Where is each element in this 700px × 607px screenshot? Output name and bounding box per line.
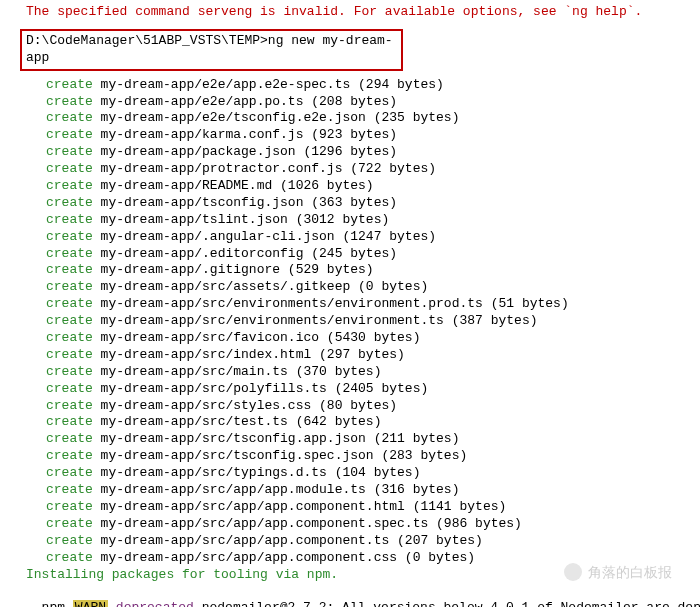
create-path: my-dream-app/src/app/app.component.css (…	[93, 550, 475, 565]
create-path: my-dream-app/src/test.ts (642 bytes)	[93, 414, 382, 429]
create-line: create my-dream-app/package.json (1296 b…	[46, 144, 700, 161]
create-path: my-dream-app/src/app/app.component.ts (2…	[93, 533, 483, 548]
create-keyword: create	[46, 77, 93, 92]
create-path: my-dream-app/src/assets/.gitkeep (0 byte…	[93, 279, 428, 294]
create-line: create my-dream-app/src/styles.css (80 b…	[46, 398, 700, 415]
create-keyword: create	[46, 499, 93, 514]
create-path: my-dream-app/src/tsconfig.app.json (211 …	[93, 431, 460, 446]
create-path: my-dream-app/README.md (1026 bytes)	[93, 178, 374, 193]
create-path: my-dream-app/src/styles.css (80 bytes)	[93, 398, 397, 413]
create-line: create my-dream-app/src/app/app.componen…	[46, 499, 700, 516]
create-line: create my-dream-app/src/tsconfig.spec.js…	[46, 448, 700, 465]
create-line: create my-dream-app/src/app/app.componen…	[46, 516, 700, 533]
create-keyword: create	[46, 364, 93, 379]
create-path: my-dream-app/e2e/tsconfig.e2e.json (235 …	[93, 110, 460, 125]
create-path: my-dream-app/protractor.conf.js (722 byt…	[93, 161, 436, 176]
create-line: create my-dream-app/src/assets/.gitkeep …	[46, 279, 700, 296]
create-keyword: create	[46, 448, 93, 463]
npm-warn-line: npm WARN deprecated nodemailer@2.7.2: Al…	[26, 583, 700, 607]
deprecated-tail: nodemailer@2.7.2: All versions below 4.0…	[194, 600, 700, 607]
create-output-list: create my-dream-app/e2e/app.e2e-spec.ts …	[6, 77, 700, 567]
create-line: create my-dream-app/e2e/app.po.ts (208 b…	[46, 94, 700, 111]
create-line: create my-dream-app/src/environments/env…	[46, 313, 700, 330]
create-line: create my-dream-app/src/app/app.componen…	[46, 533, 700, 550]
create-keyword: create	[46, 161, 93, 176]
create-path: my-dream-app/src/index.html (297 bytes)	[93, 347, 405, 362]
warn-badge: WARN	[73, 600, 108, 607]
create-line: create my-dream-app/src/index.html (297 …	[46, 347, 700, 364]
create-line: create my-dream-app/e2e/app.e2e-spec.ts …	[46, 77, 700, 94]
create-line: create my-dream-app/e2e/tsconfig.e2e.jso…	[46, 110, 700, 127]
create-keyword: create	[46, 94, 93, 109]
create-path: my-dream-app/tslint.json (3012 bytes)	[93, 212, 389, 227]
create-path: my-dream-app/src/main.ts (370 bytes)	[93, 364, 382, 379]
create-line: create my-dream-app/src/main.ts (370 byt…	[46, 364, 700, 381]
create-path: my-dream-app/src/favicon.ico (5430 bytes…	[93, 330, 421, 345]
create-keyword: create	[46, 110, 93, 125]
create-keyword: create	[46, 516, 93, 531]
create-path: my-dream-app/src/app/app.component.spec.…	[93, 516, 522, 531]
create-line: create my-dream-app/.editorconfig (245 b…	[46, 246, 700, 263]
create-line: create my-dream-app/src/tsconfig.app.jso…	[46, 431, 700, 448]
create-path: my-dream-app/.editorconfig (245 bytes)	[93, 246, 397, 261]
create-keyword: create	[46, 246, 93, 261]
create-path: my-dream-app/karma.conf.js (923 bytes)	[93, 127, 397, 142]
create-line: create my-dream-app/src/app/app.componen…	[46, 550, 700, 567]
create-path: my-dream-app/src/typings.d.ts (104 bytes…	[93, 465, 421, 480]
create-keyword: create	[46, 381, 93, 396]
create-line: create my-dream-app/.gitignore (529 byte…	[46, 262, 700, 279]
create-path: my-dream-app/src/tsconfig.spec.json (283…	[93, 448, 467, 463]
create-path: my-dream-app/.gitignore (529 bytes)	[93, 262, 374, 277]
create-path: my-dream-app/tsconfig.json (363 bytes)	[93, 195, 397, 210]
create-line: create my-dream-app/src/typings.d.ts (10…	[46, 465, 700, 482]
create-keyword: create	[46, 229, 93, 244]
create-keyword: create	[46, 296, 93, 311]
create-line: create my-dream-app/tslint.json (3012 by…	[46, 212, 700, 229]
create-keyword: create	[46, 212, 93, 227]
create-line: create my-dream-app/src/environments/env…	[46, 296, 700, 313]
create-line: create my-dream-app/protractor.conf.js (…	[46, 161, 700, 178]
create-path: my-dream-app/.angular-cli.json (1247 byt…	[93, 229, 436, 244]
error-line: The specified command serveng is invalid…	[26, 4, 700, 21]
deprecated-label: deprecated	[108, 600, 194, 607]
create-path: my-dream-app/src/environments/environmen…	[93, 313, 538, 328]
create-keyword: create	[46, 127, 93, 142]
create-keyword: create	[46, 414, 93, 429]
create-line: create my-dream-app/src/polyfills.ts (24…	[46, 381, 700, 398]
create-keyword: create	[46, 533, 93, 548]
installing-line: Installing packages for tooling via npm.	[26, 567, 700, 584]
create-keyword: create	[46, 431, 93, 446]
command-prompt-text: D:\CodeManager\51ABP_VSTS\TEMP>ng new my…	[26, 33, 393, 65]
create-keyword: create	[46, 330, 93, 345]
create-path: my-dream-app/e2e/app.po.ts (208 bytes)	[93, 94, 397, 109]
npm-prefix: npm	[42, 600, 73, 607]
create-path: my-dream-app/src/environments/environmen…	[93, 296, 569, 311]
create-path: my-dream-app/package.json (1296 bytes)	[93, 144, 397, 159]
create-keyword: create	[46, 178, 93, 193]
create-line: create my-dream-app/.angular-cli.json (1…	[46, 229, 700, 246]
create-keyword: create	[46, 144, 93, 159]
command-prompt-highlight: D:\CodeManager\51ABP_VSTS\TEMP>ng new my…	[20, 29, 403, 71]
create-line: create my-dream-app/karma.conf.js (923 b…	[46, 127, 700, 144]
create-keyword: create	[46, 279, 93, 294]
create-keyword: create	[46, 313, 93, 328]
create-keyword: create	[46, 465, 93, 480]
create-keyword: create	[46, 550, 93, 565]
create-path: my-dream-app/src/app/app.module.ts (316 …	[93, 482, 460, 497]
create-keyword: create	[46, 195, 93, 210]
create-path: my-dream-app/e2e/app.e2e-spec.ts (294 by…	[93, 77, 444, 92]
create-keyword: create	[46, 398, 93, 413]
create-path: my-dream-app/src/polyfills.ts (2405 byte…	[93, 381, 428, 396]
create-line: create my-dream-app/README.md (1026 byte…	[46, 178, 700, 195]
create-line: create my-dream-app/src/app/app.module.t…	[46, 482, 700, 499]
create-path: my-dream-app/src/app/app.component.html …	[93, 499, 506, 514]
create-keyword: create	[46, 482, 93, 497]
create-keyword: create	[46, 347, 93, 362]
create-line: create my-dream-app/src/favicon.ico (543…	[46, 330, 700, 347]
create-line: create my-dream-app/tsconfig.json (363 b…	[46, 195, 700, 212]
create-keyword: create	[46, 262, 93, 277]
create-line: create my-dream-app/src/test.ts (642 byt…	[46, 414, 700, 431]
